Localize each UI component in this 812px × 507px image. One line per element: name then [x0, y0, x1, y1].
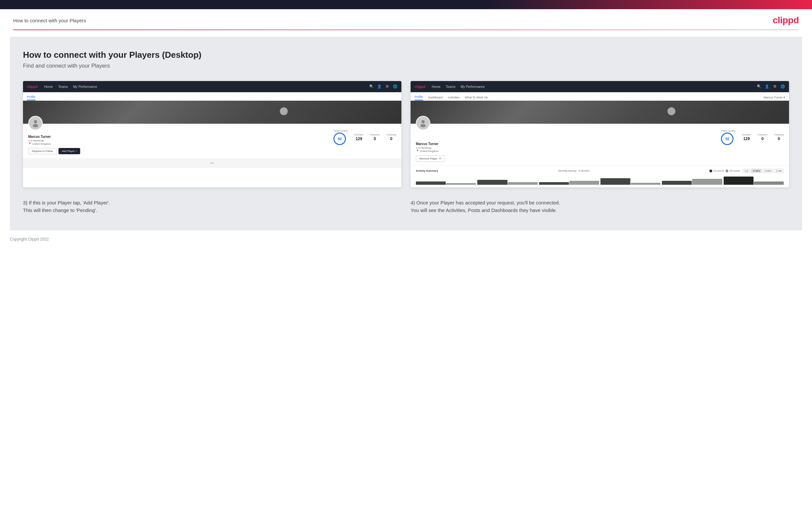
mock-banner-img-1	[23, 101, 401, 124]
clippd-logo: clippd	[773, 15, 799, 25]
bar-on-3	[539, 182, 569, 185]
stat-activities-2: Activities 129	[742, 133, 751, 141]
mock-nav-teams-2[interactable]: Teams	[446, 85, 455, 89]
stat-followers-label-1: Followers	[370, 133, 380, 136]
globe-icon-2[interactable]: 🌐	[780, 84, 785, 89]
stat-following-value-1: 0	[386, 136, 396, 141]
bar-on-6	[724, 177, 754, 185]
header-divider	[13, 30, 799, 30]
mock-profile-stats-1: Marcus Turner 1-5 Handicap 📍 United King…	[28, 128, 396, 146]
mock-activity-header-2: Activity Summary Monthly Activity · 6 Mo…	[416, 169, 784, 173]
tools-icon-1: ✂	[210, 161, 214, 166]
screenshot-panel-1: clippd Home Teams My Performance 🔍 👤 ⚙ 🌐…	[23, 81, 401, 187]
description-1: 3) If this is your Player tap, 'Add Play…	[23, 199, 401, 214]
add-player-button[interactable]: Add Player +	[58, 148, 80, 154]
mock-profile-stats-2: Marcus Turner 1-5 Handicap 📍 United King…	[416, 128, 784, 162]
mock-nav-teams-1[interactable]: Teams	[58, 85, 68, 89]
screenshots-row: clippd Home Teams My Performance 🔍 👤 ⚙ 🌐…	[23, 81, 789, 187]
settings-icon-2[interactable]: ⚙	[773, 84, 777, 89]
mock-logo-1: clippd	[27, 84, 38, 89]
stat-activities-value-1: 129	[354, 136, 364, 141]
period-btn-1yr[interactable]: 1 yr	[743, 169, 751, 173]
player-handicap-1: 1-5 Handicap	[28, 139, 71, 142]
stat-quality-label-1: Player Quality	[334, 130, 348, 132]
svg-point-3	[420, 124, 426, 127]
tab-activities-2[interactable]: Activities	[448, 96, 460, 100]
description-2: 4) Once your Player has accepted your re…	[411, 199, 789, 214]
bar-off-1	[446, 183, 476, 185]
mock-nav-perf-2[interactable]: My Performance	[461, 85, 485, 89]
stat-followers-value-2: 0	[757, 136, 767, 141]
mock-banner-2	[411, 101, 789, 124]
user-icon-1[interactable]: 👤	[377, 84, 382, 89]
mock-tabs-2: Profile Dashboard Activities What To Wor…	[411, 92, 789, 101]
legend-2: On course Off course	[710, 170, 740, 172]
stat-quality-1: Player Quality 92	[334, 130, 348, 145]
stat-quality-label-2: Player Quality	[721, 130, 735, 132]
activity-period-2: Monthly Activity · 6 Months	[558, 169, 590, 172]
stat-following-label-1: Following	[386, 133, 396, 136]
remove-player-button[interactable]: Remove Player ✕	[416, 155, 445, 162]
mock-tabs-1: Profile	[23, 92, 401, 101]
header-title: How to connect with your Players	[13, 18, 86, 23]
activity-chart-2	[416, 175, 784, 185]
tab-dashboard-2[interactable]: Dashboard	[428, 96, 443, 100]
copyright-text: Copyright Clippd 2022	[10, 237, 49, 241]
mock-nav-home-2[interactable]: Home	[432, 85, 441, 89]
tab-profile-1[interactable]: Profile	[27, 95, 36, 100]
bar-group-2	[477, 180, 538, 185]
legend-off-course-label: Off course	[729, 170, 740, 172]
stat-following-2: Following 0	[774, 133, 784, 141]
stat-activities-1: Activities 129	[354, 133, 364, 141]
stat-followers-label-2: Followers	[757, 133, 767, 136]
mock-nav-home-1[interactable]: Home	[44, 85, 53, 89]
mock-stat-group-2: Player Quality 92 Activities 129 Followe…	[459, 128, 784, 145]
bar-group-6	[724, 177, 784, 185]
legend-on-course-dot	[710, 170, 712, 172]
screenshot-panel-2: clippd Home Teams My Performance 🔍 👤 ⚙ 🌐…	[411, 81, 789, 187]
search-icon-2[interactable]: 🔍	[757, 84, 761, 89]
period-btn-3mths[interactable]: 3 mths	[762, 169, 773, 173]
mock-profile-info-2: Marcus Turner 1-5 Handicap 📍 United King…	[416, 128, 459, 162]
page-subheading: Find and connect with your Players	[23, 63, 789, 69]
player-name-1: Marcus Turner	[28, 135, 71, 138]
tab-right-user-2[interactable]: Marcus Turner ▾	[763, 96, 785, 100]
top-bar	[0, 0, 812, 9]
mock-profile-info-1: Marcus Turner 1-5 Handicap 📍 United King…	[28, 128, 71, 146]
bar-group-1	[416, 181, 476, 185]
tab-what-to-work-2[interactable]: What To Work On	[465, 96, 488, 100]
svg-point-0	[34, 120, 37, 123]
svg-point-1	[33, 124, 38, 127]
bar-off-5	[692, 179, 722, 185]
period-btn-1mth[interactable]: 1 mth	[774, 169, 784, 173]
globe-icon-1[interactable]: 🌐	[393, 84, 398, 89]
stat-followers-1: Followers 0	[370, 133, 380, 141]
mock-nav-1: clippd Home Teams My Performance 🔍 👤 ⚙ 🌐	[23, 81, 401, 92]
mock-nav-2: clippd Home Teams My Performance 🔍 👤 ⚙ 🌐	[411, 81, 789, 92]
tab-profile-2[interactable]: Profile	[414, 95, 423, 100]
period-btn-6mths[interactable]: 6 mths	[751, 169, 762, 173]
search-icon-1[interactable]: 🔍	[369, 84, 374, 89]
mock-buttons-1: Request to Follow Add Player +	[28, 148, 396, 154]
mock-nav-perf-1[interactable]: My Performance	[73, 85, 97, 89]
activity-title-2: Activity Summary	[416, 169, 438, 172]
svg-point-2	[421, 120, 425, 123]
bar-on-5	[662, 181, 692, 185]
page-heading: How to connect with your Players (Deskto…	[23, 50, 789, 60]
bar-group-5	[662, 179, 722, 185]
user-icon-2[interactable]: 👤	[765, 84, 769, 89]
description-text-1: 3) If this is your Player tap, 'Add Play…	[23, 199, 401, 214]
mock-stat-group-1: Player Quality 92 Activities 129 Followe…	[71, 128, 396, 145]
stat-activities-label-1: Activities	[354, 133, 364, 136]
settings-icon-1[interactable]: ⚙	[385, 84, 390, 89]
mock-banner-circle-2	[667, 107, 675, 115]
stat-activities-label-2: Activities	[742, 133, 751, 136]
stat-following-1: Following 0	[386, 133, 396, 141]
request-follow-button[interactable]: Request to Follow	[28, 148, 56, 154]
main-content: How to connect with your Players (Deskto…	[10, 37, 802, 230]
bar-off-6	[754, 181, 784, 185]
legend-on-course-label: On course	[713, 170, 724, 172]
descriptions-row: 3) If this is your Player tap, 'Add Play…	[23, 199, 789, 214]
player-location-1: 📍 United Kingdom	[28, 143, 71, 146]
mock-banner-circle-1	[280, 107, 288, 115]
